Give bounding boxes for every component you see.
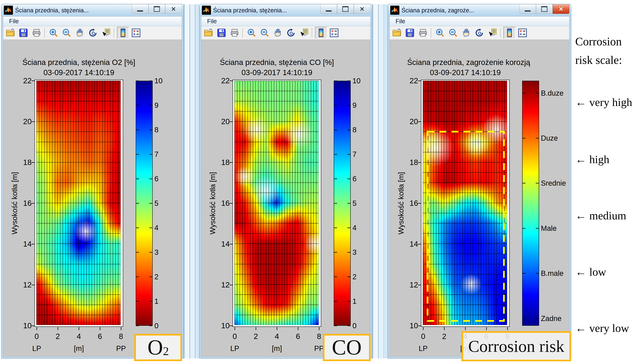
maximize-button[interactable]	[148, 4, 165, 14]
rotate-3d-button[interactable]	[285, 27, 297, 39]
save-button[interactable]	[216, 27, 228, 39]
menu-item-file[interactable]: File	[205, 18, 219, 25]
scale-title-line1: Corrosion	[575, 32, 622, 51]
data-cursor-button[interactable]	[486, 27, 498, 39]
colorbar-tick-mark	[536, 318, 539, 319]
y-tick-label: 16	[7, 198, 32, 208]
colorbar-tick-mark	[149, 326, 152, 326]
chemical-badge: O2	[134, 334, 182, 361]
matlab-logo-icon	[4, 6, 13, 15]
rotate-3d-button[interactable]	[87, 27, 99, 39]
x-tick-mark	[486, 327, 487, 330]
zoom-out-button[interactable]	[447, 27, 459, 39]
insert-legend-button[interactable]	[517, 27, 529, 39]
maximize-button[interactable]	[536, 4, 553, 14]
save-button[interactable]	[404, 27, 416, 39]
colorbar-tick-label: 9	[154, 100, 187, 110]
insert-colorbar-button[interactable]	[117, 27, 129, 39]
zoom-out-button[interactable]	[259, 27, 271, 39]
colorbar-tick-mark	[347, 228, 350, 228]
colorbar-tick-label: 7	[154, 150, 187, 159]
colorbar-tick-mark	[523, 273, 525, 274]
matlab-figure-window-co: Ściana przednia, stężenia... ✕ File	[199, 4, 372, 358]
dashed-highlight-rect	[423, 81, 507, 325]
y-tick-mark	[418, 162, 421, 163]
minimize-button[interactable]	[132, 4, 148, 14]
close-button[interactable]: ✕	[165, 4, 182, 14]
minimize-button[interactable]	[320, 4, 337, 14]
colorbar-tick-label: Srednie	[541, 178, 574, 188]
x-axis-right-end-label: PP	[110, 344, 132, 352]
plot-title: Ściana przednia, stężenia O2 [%]	[21, 58, 137, 67]
y-tick-mark	[230, 80, 233, 81]
titlebar[interactable]: Ściana przednia, stężenia... ✕	[2, 4, 183, 16]
y-tick-mark	[230, 326, 233, 326]
y-tick-label: 20	[7, 117, 32, 126]
colorbar-tick-mark	[334, 276, 337, 277]
pan-button[interactable]	[74, 27, 86, 39]
colorbar-tick-mark	[136, 326, 139, 326]
open-button[interactable]	[391, 27, 403, 39]
zoom-in-button[interactable]	[48, 27, 60, 39]
x-tick-mark	[319, 327, 319, 330]
y-tick-mark	[418, 80, 421, 81]
x-tick-mark	[37, 327, 37, 330]
colorbar-tick-mark	[136, 178, 139, 179]
menu-item-file[interactable]: File	[394, 18, 407, 25]
window-title: Ściana przednia, zagroże...	[401, 7, 474, 14]
colorbar-tick-mark	[536, 183, 539, 184]
data-cursor-button[interactable]	[100, 27, 112, 39]
titlebar[interactable]: Ściana przednia, zagroże... ✕	[388, 4, 571, 16]
close-button[interactable]: ✕	[553, 4, 569, 14]
save-button[interactable]	[18, 27, 30, 39]
heatmap-canvas[interactable]	[36, 81, 121, 325]
x-tick-mark	[79, 327, 79, 330]
titlebar[interactable]: Ściana przednia, stężenia... ✕	[200, 4, 372, 16]
colorbar-tick-mark	[347, 105, 350, 106]
colorbar	[522, 81, 539, 326]
open-button[interactable]	[4, 27, 16, 39]
maximize-button[interactable]	[337, 4, 354, 14]
zoom-in-button[interactable]	[246, 27, 258, 39]
open-button[interactable]	[202, 27, 215, 39]
insert-colorbar-icon	[316, 28, 326, 38]
colorbar-tick-mark	[523, 228, 525, 229]
y-tick-label: 10	[7, 321, 32, 330]
zoom-out-button[interactable]	[61, 27, 73, 39]
colorbar-tick-label: 3	[154, 248, 187, 257]
insert-colorbar-button[interactable]	[315, 27, 327, 39]
rotate-3d-button[interactable]	[473, 27, 485, 39]
window-client-area: File	[201, 16, 370, 357]
pan-button[interactable]	[460, 27, 472, 39]
x-tick-label: 0	[416, 332, 431, 341]
colorbar-tick-mark	[334, 130, 337, 130]
colorbar-tick-label: 8	[352, 125, 385, 134]
colorbar-tick-mark	[136, 203, 139, 204]
data-cursor-button[interactable]	[298, 27, 310, 39]
colorbar-tick-label: B.duze	[541, 88, 574, 98]
insert-colorbar-button[interactable]	[503, 27, 515, 39]
print-button[interactable]	[31, 27, 43, 39]
zoom-in-button[interactable]	[434, 27, 446, 39]
colorbar-tick-label: 1	[352, 296, 385, 306]
insert-legend-button[interactable]	[328, 27, 340, 39]
close-button[interactable]: ✕	[354, 4, 370, 14]
minimize-icon	[525, 10, 531, 12]
pan-button[interactable]	[272, 27, 284, 39]
menubar: File	[3, 16, 182, 26]
insert-colorbar-icon	[505, 28, 514, 38]
y-tick-mark	[32, 326, 35, 326]
y-tick-label: 14	[7, 239, 32, 249]
print-button[interactable]	[417, 27, 429, 39]
toolbar	[3, 26, 182, 40]
data-cursor-icon	[101, 28, 111, 38]
insert-legend-button[interactable]	[130, 27, 142, 39]
toolbar-separator	[431, 28, 431, 38]
print-button[interactable]	[229, 27, 241, 39]
heatmap-canvas[interactable]	[234, 81, 319, 325]
insert-legend-icon	[518, 28, 527, 38]
maximize-icon	[154, 6, 160, 12]
risk-arrow-label: ← high	[575, 153, 609, 168]
minimize-button[interactable]	[519, 4, 536, 14]
menu-item-file[interactable]: File	[7, 18, 21, 25]
